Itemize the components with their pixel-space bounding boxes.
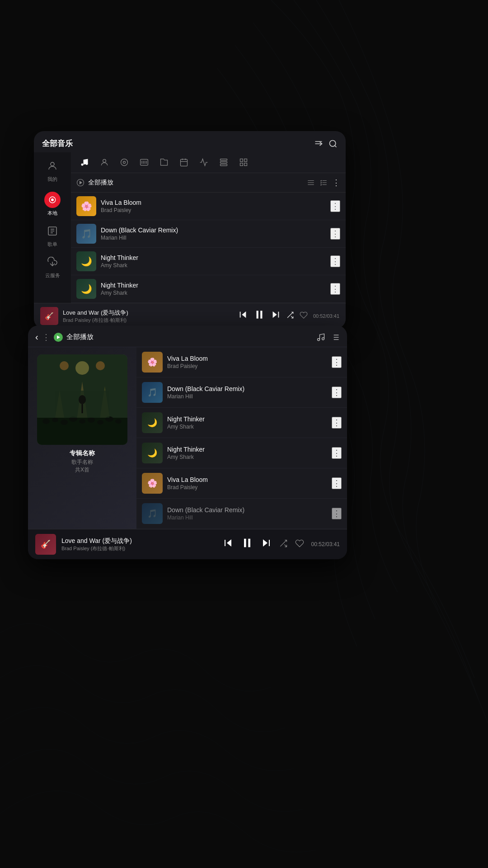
cloud-icon (47, 257, 58, 270)
song-artist-1: Marian Hill (101, 235, 326, 241)
time-total: 03:41 (327, 313, 339, 319)
track-info-4: Viva La Bloom Brad Paisley (167, 476, 327, 491)
svg-point-71 (115, 419, 122, 424)
tab-stats[interactable] (195, 155, 213, 171)
track-more-2[interactable]: ⋮ (332, 417, 342, 429)
header-right-icons (316, 333, 340, 342)
panel-top: 全部音乐 (34, 131, 346, 329)
next-button[interactable] (271, 310, 281, 322)
svg-point-68 (88, 417, 95, 423)
time-current: 00:52 (313, 313, 326, 319)
svg-point-14 (103, 159, 106, 162)
mini-thumb: 🎸 (40, 307, 58, 325)
track-more-3[interactable]: ⋮ (332, 447, 342, 459)
play-all-bar[interactable]: 全部播放 (71, 173, 346, 193)
svg-rect-27 (221, 161, 227, 163)
song-more-0[interactable]: ⋮ (330, 200, 340, 212)
player-next[interactable] (261, 538, 272, 551)
album-art (37, 354, 127, 445)
track-title-3: Night Thinker (167, 446, 327, 453)
track-item-2[interactable]: 🌙 Night Thinker Amy Shark ⋮ (136, 408, 347, 438)
track-item-1[interactable]: 🎵 Down (Black Caviar Remix) Marian Hill … (136, 377, 347, 408)
list-view-icon[interactable] (307, 178, 315, 188)
tab-format[interactable] (215, 155, 233, 171)
tab-album[interactable] (115, 155, 133, 171)
svg-point-74 (60, 361, 69, 370)
song-title-1: Down (Black Caviar Remix) (101, 226, 326, 234)
more-button-header[interactable]: ⋮ (42, 332, 50, 342)
track-item-0[interactable]: 🌸 Viva La Bloom Brad Paisley ⋮ (136, 347, 347, 377)
player-shuffle[interactable] (279, 538, 288, 551)
track-thumb-0: 🌸 (142, 352, 163, 373)
track-title-4: Viva La Bloom (167, 476, 327, 483)
sidebar-item-cloud[interactable]: 云服务 (34, 253, 71, 283)
track-info-3: Night Thinker Amy Shark (167, 446, 327, 460)
track-thumb-4: 🌸 (142, 473, 163, 494)
sort-icon[interactable] (314, 139, 323, 148)
player-prev[interactable] (223, 538, 234, 551)
music-note-icon[interactable] (316, 333, 325, 342)
track-title-2: Night Thinker (167, 415, 327, 423)
back-button[interactable]: ‹ (35, 332, 38, 342)
track-more-0[interactable]: ⋮ (332, 356, 342, 368)
time-display: 00:52/03:41 (313, 313, 339, 319)
track-more-1[interactable]: ⋮ (332, 387, 342, 398)
song-thumb-2: 🌙 (76, 251, 96, 271)
song-artist-0: Brad Paisley (101, 207, 326, 213)
song-more-3[interactable]: ⋮ (330, 283, 340, 295)
svg-rect-80 (244, 539, 246, 547)
svg-rect-30 (244, 159, 247, 162)
song-item-3[interactable]: 🌙 Night Thinker Amy Shark ⋮ (71, 275, 346, 303)
search-icon[interactable] (328, 139, 338, 148)
tab-file[interactable] (155, 155, 173, 171)
song-more-1[interactable]: ⋮ (330, 228, 340, 240)
svg-rect-44 (260, 311, 262, 318)
track-more-5[interactable]: ⋮ (332, 508, 342, 519)
song-thumb-3: 🌙 (76, 279, 96, 299)
tab-grid[interactable] (235, 155, 253, 171)
playlist-icon[interactable] (331, 333, 340, 342)
track-item-3[interactable]: 🌙 Night Thinker Amy Shark ⋮ (136, 438, 347, 468)
track-artist-1: Marian Hill (167, 393, 327, 400)
svg-rect-22 (181, 159, 188, 166)
prev-button[interactable] (238, 310, 248, 322)
player-thumb: 🎸 (35, 534, 56, 555)
album-title: 专辑名称 (70, 449, 95, 458)
sidebar-item-playlist[interactable]: 歌单 (34, 222, 71, 251)
song-more-2[interactable]: ⋮ (330, 255, 340, 267)
song-title-3: Night Thinker (101, 282, 326, 289)
song-item-1[interactable]: 🎵 Down (Black Caviar Remix) Marian Hill … (71, 220, 346, 248)
track-item-4[interactable]: 🌸 Viva La Bloom Brad Paisley ⋮ (136, 468, 347, 499)
album-subtitle: 歌手名称 (70, 458, 95, 466)
player-pause[interactable] (241, 537, 253, 552)
shuffle-button[interactable] (286, 311, 294, 321)
song-item-0[interactable]: 🌸 Viva La Bloom Brad Paisley ⋮ (71, 193, 346, 220)
sidebar-item-mine[interactable]: 我的 (34, 157, 71, 186)
svg-point-76 (79, 395, 86, 404)
like-button[interactable] (300, 310, 308, 322)
play-all-text: 全部播放 (88, 179, 303, 187)
sidebar-item-local[interactable]: 本地 (34, 188, 71, 220)
track-title-1: Down (Black Caviar Remix) (167, 385, 327, 392)
track-artist-5: Marian Hill (167, 514, 327, 521)
player-like[interactable] (295, 538, 304, 551)
checklist-icon[interactable] (319, 178, 328, 188)
song-info-1: Down (Black Caviar Remix) Marian Hill (101, 226, 326, 241)
track-more-4[interactable]: ⋮ (332, 477, 342, 489)
svg-point-69 (97, 420, 103, 425)
mini-artist: Brad Paisley (布拉德·帕斯利) (63, 317, 234, 324)
pause-button[interactable] (253, 309, 265, 323)
song-item-2[interactable]: 🌙 Night Thinker Amy Shark ⋮ (71, 248, 346, 275)
track-info-0: Viva La Bloom Brad Paisley (167, 355, 327, 369)
tab-calendar[interactable] (175, 155, 193, 171)
tab-artist[interactable] (95, 155, 113, 171)
svg-point-63 (42, 419, 50, 424)
more-options-icon[interactable]: ⋮ (332, 178, 340, 188)
svg-point-64 (52, 418, 58, 422)
song-artist-3: Amy Shark (101, 290, 326, 296)
svg-point-16 (123, 161, 126, 164)
play-all-icons: ⋮ (307, 178, 340, 188)
tab-folder[interactable] (135, 155, 153, 171)
tab-music[interactable] (75, 155, 94, 171)
track-item-5[interactable]: 🎵 Down (Black Caviar Remix) Marian Hill … (136, 499, 347, 529)
